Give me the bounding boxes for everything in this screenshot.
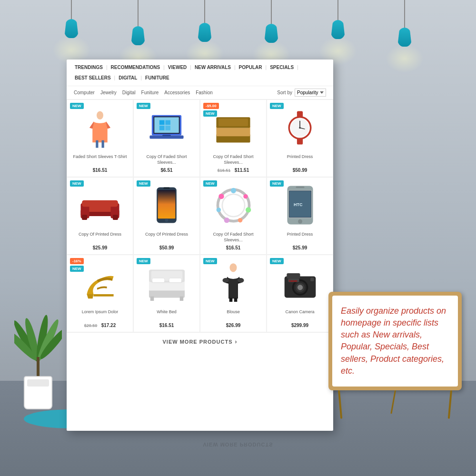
svg-point-47 (222, 194, 244, 216)
nav-popular[interactable]: POPULAR (238, 63, 263, 71)
svg-rect-9 (102, 140, 104, 148)
billboard: Easily organize products on homepage in … (328, 292, 462, 419)
sort-by-label: Sort by (277, 90, 292, 95)
nav-digital[interactable]: DIGITAL (118, 74, 138, 82)
lamp-wire (138, 0, 139, 26)
badge-new-1: NEW (70, 103, 84, 109)
sort-select[interactable]: Popularity Price Name (295, 89, 326, 97)
nav-sep-5: | (266, 65, 267, 70)
svg-point-73 (238, 278, 244, 283)
product-price-10: $16.51 (138, 323, 196, 328)
product-card-12[interactable]: NEW Canon Canon Camera $299.99 (267, 255, 333, 332)
product-card-8[interactable]: NEW HTC Printed Dress $25.99 (267, 177, 333, 255)
product-image-2 (138, 104, 196, 151)
lamp-wire (271, 0, 272, 24)
subnav-computer[interactable]: Computer (74, 90, 95, 95)
product-price-old-9: $20.50 (84, 323, 98, 328)
nav-specials[interactable]: SPECIALS (269, 63, 295, 71)
product-name-5: Copy Of Printed Dress (71, 232, 129, 243)
product-price-8: $25.99 (271, 245, 329, 250)
nav-sep-7: | (114, 75, 116, 80)
product-name-3: Copy Of Faded Short Sleeves... (204, 154, 262, 166)
product-price-2: $6.51 (138, 168, 196, 173)
nav-sep-6: | (297, 65, 298, 70)
product-card-7[interactable]: NEW Copy Of Faded Short Sleeves... $16.5… (200, 177, 267, 255)
product-card-1[interactable]: NEW Faded Short Sleeves T-Shirt $16.51 (67, 99, 133, 177)
nav-best-sellers[interactable]: BEST SELLERS (74, 74, 112, 82)
nav-recommendations[interactable]: RECOMMENDATIONS (110, 63, 161, 71)
lamp-shade (397, 28, 412, 47)
lamp-wire (71, 0, 72, 19)
svg-rect-39 (82, 215, 87, 220)
lamp-glow (386, 44, 424, 73)
badge-new-6: NEW (137, 180, 150, 187)
nav-new-arrivals[interactable]: NEW ARRIVALS (194, 63, 232, 71)
svg-rect-44 (163, 188, 169, 189)
product-price-6: $50.99 (138, 245, 196, 250)
svg-point-61 (298, 219, 302, 224)
product-image-5 (71, 181, 129, 229)
svg-rect-43 (158, 190, 176, 218)
svg-rect-6 (37, 357, 40, 376)
lamp-6 (386, 0, 424, 73)
subnav-fashion[interactable]: Fashion (196, 90, 213, 95)
svg-text:Canon: Canon (289, 279, 298, 282)
nav-funiture[interactable]: FUNITURE (144, 74, 170, 82)
product-price-7: $16.51 (204, 245, 262, 250)
view-more-section: VIEW MORE PRODUCTS › (67, 332, 333, 351)
svg-rect-62 (149, 289, 185, 298)
svg-point-51 (238, 218, 242, 222)
product-name-2: Copy Of Faded Short Sleeves... (138, 154, 196, 166)
easel-leg-left (338, 390, 342, 419)
product-price-new-3: $11.51 (235, 168, 249, 173)
svg-point-33 (299, 127, 301, 129)
svg-point-50 (246, 207, 251, 212)
product-card-5[interactable]: NEW Copy Of Printed Dress $25.99 (67, 177, 133, 255)
product-name-4: Printed Dress (271, 154, 329, 166)
product-card-11[interactable]: NEW Blouse $26.99 (200, 255, 267, 332)
nav-trendings[interactable]: TRENDINGS (74, 63, 104, 71)
svg-rect-14 (165, 120, 170, 125)
badge-new-4: NEW (270, 103, 284, 109)
badge-discount-3: -$5.00 (203, 103, 219, 109)
product-card-3[interactable]: -$5.00 NEW Copy Of Faded Short Sleeves..… (200, 99, 267, 177)
product-card-4[interactable]: NEW Printed Dress $50.99 (267, 99, 333, 177)
product-name-11: Blouse (204, 309, 262, 321)
reflection-text: VIEW MORE PRODUCTS (203, 442, 273, 447)
product-grid: NEW Faded Short Sleeves T-Shirt $16.51 N… (67, 99, 333, 332)
product-name-10: White Bed (138, 309, 196, 321)
sort-by-container: Sort by Popularity Price Name (277, 89, 326, 97)
product-showcase: TRENDINGS | RECOMMENDATIONS | VIEWED | N… (67, 60, 333, 431)
lamp-shade (198, 23, 212, 42)
view-more-button[interactable]: VIEW MORE PRODUCTS › (163, 338, 238, 345)
billboard-text: Easily organize products on homepage in … (341, 305, 449, 377)
lamp-wire (404, 0, 405, 28)
svg-rect-68 (169, 278, 181, 282)
decorative-plant (14, 300, 62, 409)
nav-viewed[interactable]: VIEWED (167, 63, 188, 71)
svg-rect-60 (296, 186, 304, 188)
product-card-10[interactable]: NEW White Bed (133, 255, 200, 332)
nav-sep-1: | (106, 65, 108, 70)
badge-new-3b: NEW (203, 110, 217, 117)
easel-leg-right (448, 390, 452, 419)
svg-rect-38 (82, 200, 118, 207)
svg-point-54 (218, 193, 224, 198)
subnav-digital[interactable]: Digital (122, 90, 136, 95)
nav-sep-2: | (163, 65, 165, 70)
svg-rect-8 (96, 140, 98, 148)
product-card-2[interactable]: NEW Copy Of Faded Short Sleeves... $6.51 (133, 99, 200, 177)
subnav-funiture[interactable]: Funiture (141, 90, 159, 95)
svg-point-81 (297, 285, 302, 290)
lamp-shade (131, 26, 145, 45)
product-name-12: Canon Camera (271, 309, 329, 321)
product-card-9[interactable]: -16% NEW Lorem Ipsum Dolor $20.50 $17.22 (67, 255, 133, 332)
product-card-6[interactable]: NEW (133, 177, 200, 255)
subnav-accessories[interactable]: Accessories (164, 90, 190, 95)
subnav-jewelry[interactable]: Jewelry (100, 90, 117, 95)
svg-rect-15 (159, 126, 165, 130)
product-price-11: $26.99 (204, 323, 262, 328)
svg-point-49 (243, 194, 248, 198)
svg-rect-12 (154, 117, 179, 133)
svg-rect-25 (218, 118, 248, 126)
